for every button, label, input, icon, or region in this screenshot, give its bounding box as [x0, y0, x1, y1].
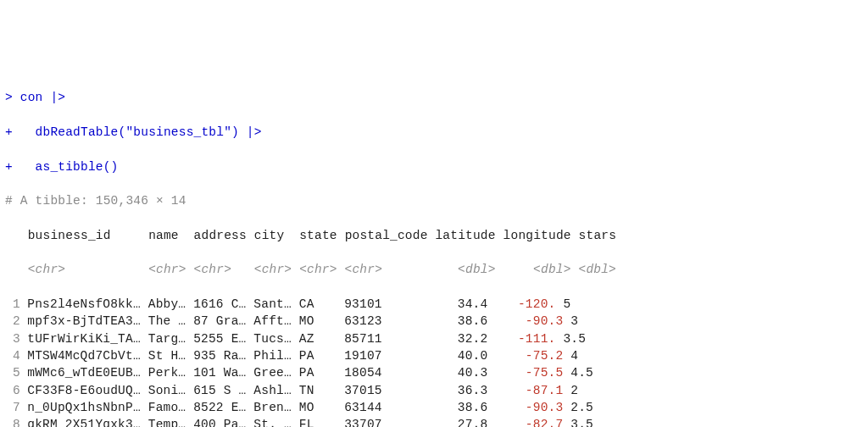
cell-business-id: Pns2l4eNsfO8kk…	[19, 297, 140, 311]
cell-city: Bren…	[246, 401, 291, 414]
cell-address: 935 Ra…	[186, 349, 246, 363]
cell-address: 615 S …	[186, 384, 246, 397]
row-index: 7	[5, 399, 19, 416]
cell-city: Sant…	[246, 297, 291, 311]
cell-postal: 19107	[337, 349, 427, 363]
code-line: dbReadTable("business_tbl") |>	[13, 125, 262, 139]
cell-latitude: 38.6	[427, 314, 487, 328]
col-name: name	[141, 229, 186, 242]
cell-latitude: 34.4	[427, 297, 487, 311]
cell-longitude: -87.1	[487, 384, 563, 397]
cell-state: TN	[292, 384, 337, 397]
cell-stars: 4	[563, 349, 593, 363]
table-row: 1 Pns2l4eNsfO8kk… Abby… 1616 C… Sant… CA…	[5, 296, 863, 313]
cell-business-id: MTSW4McQd7CbVt…	[19, 349, 140, 363]
cell-latitude: 36.3	[427, 384, 487, 397]
cell-latitude: 40.0	[427, 349, 487, 363]
cell-city: Afft…	[246, 314, 291, 328]
code-line: con |>	[13, 91, 65, 104]
cell-longitude: -75.2	[487, 349, 563, 363]
cell-state: PA	[292, 349, 337, 363]
cell-postal: 18054	[337, 366, 427, 380]
cell-postal: 33707	[337, 418, 427, 427]
cell-name: Famo…	[141, 401, 186, 414]
col-stars: stars	[571, 229, 616, 242]
code-line: as_tibble()	[13, 160, 119, 174]
cell-longitude: -90.3	[487, 401, 563, 414]
cell-address: 101 Wa…	[186, 366, 246, 380]
row-index: 6	[5, 382, 19, 399]
cell-longitude: -75.5	[487, 366, 563, 380]
cell-stars: 3.5	[555, 332, 586, 346]
table-row: 6 CF33F8-E6oudUQ… Soni… 615 S … Ashl… TN…	[5, 382, 863, 399]
col-city: city	[247, 229, 292, 242]
cell-stars: 4.5	[563, 366, 593, 380]
cell-business-id: qkRM_2X51Yqxk3…	[19, 418, 140, 427]
cell-postal: 63144	[337, 401, 427, 414]
row-index: 5	[5, 364, 19, 381]
console-output: > con |> + dbReadTable("business_tbl") |…	[5, 72, 863, 427]
cell-stars: 3	[563, 314, 593, 328]
cell-longitude: -82.7	[487, 418, 563, 427]
cell-stars: 3.5	[563, 418, 593, 427]
column-types: <chr> <chr> <chr> <chr> <chr> <chr> <dbl…	[5, 261, 863, 278]
cell-postal: 85711	[337, 332, 427, 346]
cell-address: 400 Pa…	[186, 418, 246, 427]
cell-latitude: 40.3	[427, 366, 487, 380]
table-row: 3 tUFrWirKiKi_TA… Targ… 5255 E… Tucs… AZ…	[5, 330, 863, 347]
table-row: 8 qkRM_2X51Yqxk3… Temp… 400 Pa… St. … FL…	[5, 416, 863, 427]
column-headers: business_id name address city state post…	[5, 227, 863, 244]
cell-address: 1616 C…	[186, 297, 246, 311]
cell-name: The …	[141, 314, 186, 328]
cell-latitude: 27.8	[427, 418, 487, 427]
cell-longitude: -111.	[487, 332, 555, 346]
row-index: 1	[5, 296, 19, 313]
cell-stars: 5	[555, 297, 586, 311]
table-row: 2 mpf3x-BjTdTEA3… The … 87 Gra… Afft… MO…	[5, 313, 863, 330]
cell-address: 87 Gra…	[186, 314, 246, 328]
cell-business-id: n_0UpQx1hsNbnP…	[19, 401, 140, 414]
cell-state: MO	[292, 314, 337, 328]
table-row: 4 MTSW4McQd7CbVt… St H… 935 Ra… Phil… PA…	[5, 347, 863, 364]
cell-name: Perk…	[141, 366, 186, 380]
continuation-icon: +	[5, 125, 13, 139]
cell-postal: 37015	[337, 384, 427, 397]
cell-name: Targ…	[141, 332, 186, 346]
row-index: 3	[5, 330, 19, 347]
cell-city: Ashl…	[246, 384, 291, 397]
cell-business-id: mpf3x-BjTdTEA3…	[19, 314, 140, 328]
cell-business-id: CF33F8-E6oudUQ…	[19, 384, 140, 397]
row-index: 4	[5, 347, 19, 364]
cell-longitude: -90.3	[487, 314, 563, 328]
cell-state: FL	[292, 418, 337, 427]
col-latitude: latitude	[428, 229, 496, 242]
cell-business-id: mWMc6_wTdE0EUB…	[19, 366, 140, 380]
row-index: 2	[5, 313, 19, 330]
cell-name: St H…	[141, 349, 186, 363]
prompt-icon: >	[5, 91, 13, 104]
cell-city: St. …	[246, 418, 291, 427]
cell-state: PA	[292, 366, 337, 380]
cell-stars: 2.5	[563, 401, 593, 414]
cell-name: Abby…	[141, 297, 186, 311]
cell-name: Temp…	[141, 418, 186, 427]
cell-longitude: -120.	[487, 297, 555, 311]
cell-city: Tucs…	[246, 332, 291, 346]
col-address: address	[186, 229, 247, 242]
cell-latitude: 38.6	[427, 401, 487, 414]
cell-city: Phil…	[246, 349, 291, 363]
cell-postal: 93101	[337, 297, 427, 311]
col-longitude: longitude	[496, 229, 571, 242]
cell-address: 8522 E…	[186, 401, 246, 414]
cell-latitude: 32.2	[427, 332, 487, 346]
cell-city: Gree…	[246, 366, 291, 380]
cell-name: Soni…	[141, 384, 186, 397]
col-postal-code: postal_code	[337, 229, 428, 242]
cell-business-id: tUFrWirKiKi_TA…	[19, 332, 140, 346]
cell-state: AZ	[292, 332, 337, 346]
col-business-id: business_id	[28, 229, 142, 242]
tibble-header: # A tibble: 150,346 × 14	[5, 192, 863, 209]
col-state: state	[292, 229, 337, 242]
table-row: 5 mWMc6_wTdE0EUB… Perk… 101 Wa… Gree… PA…	[5, 364, 863, 381]
row-index: 8	[5, 416, 19, 427]
